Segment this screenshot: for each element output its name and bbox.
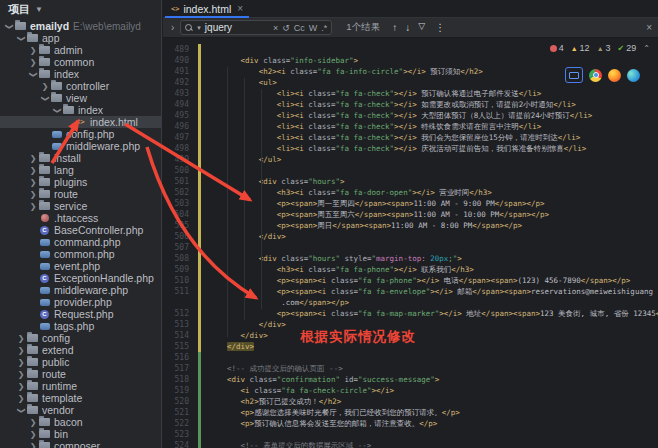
tree-item-public[interactable]: ❯public xyxy=(0,356,161,368)
tree-item-event-php[interactable]: event.php xyxy=(0,260,161,272)
tree-item-app[interactable]: ❯app xyxy=(0,32,161,44)
chevron-collapsed-icon[interactable]: ❯ xyxy=(40,82,50,91)
weak-warnings-badge[interactable]: ▲ 3 xyxy=(597,43,611,53)
tree-item-common[interactable]: ❯common xyxy=(0,56,161,68)
project-tree[interactable]: ❯emailydE:\web\emailyd❯app❯admin❯common❯… xyxy=(0,18,161,448)
chevron-collapsed-icon[interactable]: ❯ xyxy=(28,190,38,199)
hide-inspections-chevron[interactable]: ⌃ xyxy=(643,44,650,53)
tree-item-plugins[interactable]: ❯plugins xyxy=(0,176,161,188)
vcs-change-marker xyxy=(198,429,201,440)
tree-item-extend[interactable]: ❯extend xyxy=(0,344,161,356)
tree-item-route[interactable]: ❯route xyxy=(0,368,161,380)
tree-item-exceptionhandle-php[interactable]: CExceptionHandle.php xyxy=(0,272,161,284)
tree-item-config-php[interactable]: config.php xyxy=(0,128,161,140)
tree-item-lang[interactable]: ❯lang xyxy=(0,164,161,176)
edge-icon[interactable] xyxy=(627,69,640,82)
tree-item-admin[interactable]: ❯admin xyxy=(0,44,161,56)
tree-item-label: common xyxy=(54,56,94,68)
tree-item-index[interactable]: ❯index xyxy=(0,104,161,116)
filter-icon[interactable] xyxy=(418,23,427,32)
expand-replace-chevron[interactable]: › xyxy=(171,22,174,33)
chevron-expanded-icon[interactable]: ❯ xyxy=(41,93,50,103)
errors-badge[interactable]: 4 xyxy=(550,43,564,53)
close-find-icon[interactable]: × xyxy=(646,22,652,33)
search-history-chevron-icon[interactable]: ▾ xyxy=(197,24,201,32)
tree-item-service[interactable]: ❯service xyxy=(0,200,161,212)
vcs-change-marker xyxy=(198,242,201,253)
tree-item-middleware-php[interactable]: middleware.php xyxy=(0,284,161,296)
code-editor[interactable]: 489490 <div class="info-sidebar">491 <h2… xyxy=(163,39,658,448)
chevron-expanded-icon[interactable]: ❯ xyxy=(5,21,14,31)
match-case-toggle[interactable]: Cc xyxy=(294,23,305,33)
tree-item-label: config xyxy=(42,332,70,344)
line-number: 508 xyxy=(163,253,189,264)
tree-item-emailyd[interactable]: ❯emailydE:\web\emailyd xyxy=(0,20,161,32)
tree-item-tags-php[interactable]: tags.php xyxy=(0,320,161,332)
find-next-button[interactable]: ↓ xyxy=(405,22,410,33)
search-query[interactable]: jquery xyxy=(205,22,269,33)
chevron-collapsed-icon[interactable]: ❯ xyxy=(28,442,38,448)
chevron-collapsed-icon[interactable]: ❯ xyxy=(28,178,38,187)
chevron-collapsed-icon[interactable]: ❯ xyxy=(16,394,26,403)
passed-badge[interactable]: ✔ 29 xyxy=(618,43,637,53)
builtin-preview-icon[interactable] xyxy=(565,67,583,83)
tree-item-request-php[interactable]: CRequest.php xyxy=(0,308,161,320)
firefox-icon[interactable] xyxy=(608,69,621,82)
chevron-collapsed-icon[interactable]: ❯ xyxy=(28,430,38,439)
code-text: <div class="info-sidebar"> xyxy=(218,55,358,66)
code-text: <h3><i class="fa fa-phone"></i> 联系我们</h3… xyxy=(218,264,474,275)
project-panel-header[interactable]: 项目 ▼ xyxy=(0,0,161,18)
tree-item-middleware-php[interactable]: middleware.php xyxy=(0,140,161,152)
vcs-change-marker xyxy=(198,121,201,132)
tab-index-html[interactable]: <> index.html × xyxy=(163,0,251,17)
inspections-widget[interactable]: 4 ▲ 12 ▲ 3 ✔ 29 ⌃ xyxy=(550,43,650,53)
tree-item-index-html[interactable]: <>index.html xyxy=(0,116,161,128)
tree-item--htaccess[interactable]: .htaccess xyxy=(0,212,161,224)
tree-item-runtime[interactable]: ❯runtime xyxy=(0,380,161,392)
tree-item-basecontroller-php[interactable]: CBaseController.php xyxy=(0,224,161,236)
close-tab-icon[interactable]: × xyxy=(237,3,243,14)
words-toggle[interactable]: W xyxy=(309,23,318,33)
find-prev-button[interactable]: ↑ xyxy=(392,22,397,33)
chevron-collapsed-icon[interactable]: ❯ xyxy=(28,58,38,67)
chevron-collapsed-icon[interactable]: ❯ xyxy=(16,334,26,343)
chevron-collapsed-icon[interactable]: ❯ xyxy=(16,370,26,379)
chevron-collapsed-icon[interactable]: ❯ xyxy=(28,154,38,163)
chevron-expanded-icon[interactable]: ❯ xyxy=(53,105,62,115)
chevron-expanded-icon[interactable]: ❯ xyxy=(17,33,26,43)
tree-item-template[interactable]: ❯template xyxy=(0,392,161,404)
regex-toggle[interactable]: .* xyxy=(321,23,327,33)
tree-item-bin[interactable]: ❯bin xyxy=(0,428,161,440)
clear-search-icon[interactable]: × xyxy=(273,23,278,33)
line-number: 495 xyxy=(163,110,189,121)
line-number: 491 xyxy=(163,66,189,77)
chevron-expanded-icon[interactable]: ❯ xyxy=(17,405,26,415)
search-input[interactable]: ▾ jquery × ↺ Cc W .* xyxy=(180,20,332,35)
tree-item-common-php[interactable]: common.php xyxy=(0,248,161,260)
tree-item-install[interactable]: ❯install xyxy=(0,152,161,164)
chevron-collapsed-icon[interactable]: ❯ xyxy=(16,358,26,367)
search-history-icon[interactable]: ↺ xyxy=(282,23,290,33)
tree-item-config[interactable]: ❯config xyxy=(0,332,161,344)
more-options-icon[interactable]: ⋮ xyxy=(435,22,445,33)
chevron-collapsed-icon[interactable]: ❯ xyxy=(28,166,38,175)
tree-item-view[interactable]: ❯view xyxy=(0,92,161,104)
chrome-icon[interactable] xyxy=(589,69,602,82)
line-number: 493 xyxy=(163,88,189,99)
chevron-collapsed-icon[interactable]: ❯ xyxy=(16,382,26,391)
tree-item-index[interactable]: ❯index xyxy=(0,68,161,80)
chevron-collapsed-icon[interactable]: ❯ xyxy=(28,418,38,427)
tree-item-controller[interactable]: ❯controller xyxy=(0,80,161,92)
search-results-count: 1个结果 xyxy=(346,21,380,34)
tree-item-vendor[interactable]: ❯vendor xyxy=(0,404,161,416)
chevron-collapsed-icon[interactable]: ❯ xyxy=(16,346,26,355)
chevron-collapsed-icon[interactable]: ❯ xyxy=(28,202,38,211)
tree-item-composer[interactable]: ❯composer xyxy=(0,440,161,448)
tree-item-bacon[interactable]: ❯bacon xyxy=(0,416,161,428)
tree-item-route[interactable]: ❯route xyxy=(0,188,161,200)
warnings-badge[interactable]: ▲ 12 xyxy=(571,43,590,53)
chevron-collapsed-icon[interactable]: ❯ xyxy=(28,46,38,55)
tree-item-provider-php[interactable]: provider.php xyxy=(0,296,161,308)
chevron-expanded-icon[interactable]: ❯ xyxy=(29,69,38,79)
tree-item-command-php[interactable]: command.php xyxy=(0,236,161,248)
